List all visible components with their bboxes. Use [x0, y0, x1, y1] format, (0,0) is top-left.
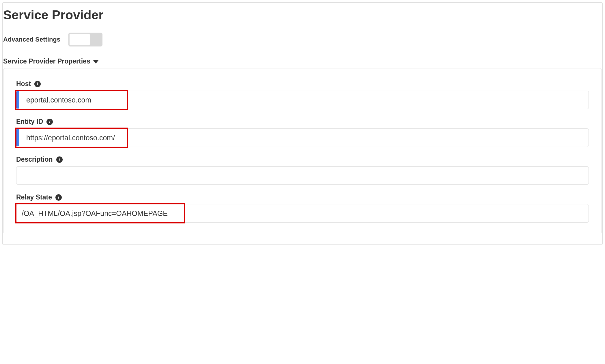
info-icon[interactable]: i: [34, 81, 41, 87]
advanced-settings-toggle[interactable]: [68, 33, 102, 46]
advanced-settings-row: Advanced Settings: [3, 33, 602, 57]
page-title: Service Provider: [3, 8, 602, 33]
info-icon[interactable]: i: [55, 194, 62, 201]
section-header[interactable]: Service Provider Properties: [3, 57, 602, 68]
description-input[interactable]: [16, 166, 589, 185]
advanced-settings-label: Advanced Settings: [3, 36, 60, 43]
entity-id-label: Entity ID: [16, 118, 43, 126]
entity-id-input[interactable]: [16, 128, 589, 147]
field-description: Description i: [16, 156, 589, 185]
field-host: Host i: [16, 80, 589, 109]
section-title: Service Provider Properties: [3, 57, 90, 65]
field-relay-state: Relay State i: [16, 193, 589, 223]
relay-state-label: Relay State: [16, 193, 52, 201]
field-entity-id: Entity ID i: [16, 118, 589, 147]
relay-state-input[interactable]: [16, 204, 589, 223]
info-icon[interactable]: i: [56, 156, 63, 163]
caret-down-icon: [93, 60, 98, 64]
description-label: Description: [16, 156, 53, 163]
properties-panel: Host i Entity ID i Description: [3, 68, 602, 233]
service-provider-page: Service Provider Advanced Settings Servi…: [2, 2, 603, 245]
host-input[interactable]: [16, 91, 589, 109]
toggle-knob: [69, 33, 90, 46]
info-icon[interactable]: i: [46, 119, 53, 125]
host-label: Host: [16, 80, 31, 88]
